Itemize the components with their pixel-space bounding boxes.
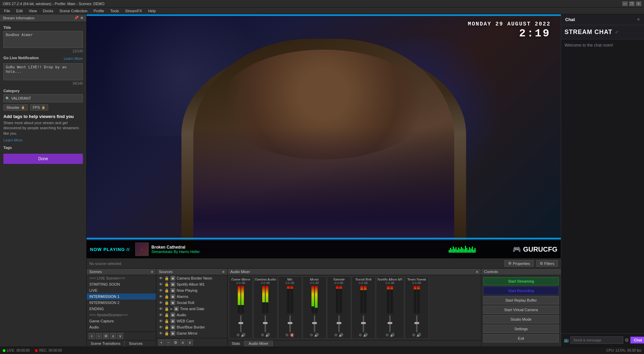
- lock-icon[interactable]: 🔒: [164, 282, 169, 287]
- lock-icon[interactable]: 🔒: [164, 288, 169, 293]
- source-down-button[interactable]: ∨: [187, 339, 193, 345]
- menu-view[interactable]: View: [26, 8, 40, 14]
- go-live-input[interactable]: GuRu Went LIVE!! Drop by an hola...: [3, 63, 83, 80]
- source-settings-button[interactable]: ⚙: [173, 339, 179, 345]
- stream-info-close[interactable]: ✕: [80, 16, 84, 20]
- sources-menu-icon[interactable]: ≡: [222, 270, 225, 274]
- audio-mixer-menu[interactable]: ≡: [476, 270, 478, 274]
- scene-item[interactable]: === NestedScenes===: [87, 312, 156, 318]
- ch-fader[interactable]: [240, 315, 242, 332]
- menu-file[interactable]: File: [1, 8, 13, 14]
- filters-button[interactable]: ⧉ Filters: [536, 260, 558, 267]
- start-streaming-button[interactable]: Start Streaming: [483, 277, 559, 285]
- scene-item[interactable]: LIVE: [87, 287, 156, 293]
- scene-item-intermission1[interactable]: INTERMISSION 1: [87, 293, 156, 300]
- gear-icon[interactable]: ⚙: [359, 333, 362, 337]
- gear-icon[interactable]: ⚙: [236, 333, 240, 337]
- add-scene-button[interactable]: +: [89, 333, 95, 339]
- source-up-button[interactable]: ∧: [180, 339, 186, 345]
- source-row-now-playing[interactable]: 👁 🔒 ▣ Now Playing: [156, 287, 227, 293]
- gear-icon[interactable]: ⚙: [261, 333, 264, 337]
- ch-fader[interactable]: [363, 315, 364, 332]
- lock-icon[interactable]: 🔒: [164, 307, 169, 311]
- expand-icon[interactable]: ⤢: [615, 30, 618, 34]
- tag-fps[interactable]: FPS 🔒: [30, 104, 48, 111]
- source-row[interactable]: 👁 🔒 ▣ Game Mirror: [156, 330, 227, 336]
- lock-icon[interactable]: 🔒: [164, 325, 169, 330]
- menu-streamfx[interactable]: StreamFX: [122, 8, 145, 14]
- title-bar-controls[interactable]: — ❐ ✕: [622, 1, 641, 6]
- title-input[interactable]: DooDoo Aimer: [3, 31, 83, 48]
- start-replay-buffer-button[interactable]: Start Replay Buffer: [483, 296, 559, 304]
- source-row[interactable]: 👁 🔒 ▶ ▣ Time and Date: [156, 306, 227, 312]
- ch-fader[interactable]: [289, 315, 291, 332]
- menu-edit[interactable]: Edit: [14, 8, 25, 14]
- exit-button[interactable]: Exit: [483, 334, 559, 342]
- minimize-button[interactable]: —: [622, 1, 628, 6]
- scene-item[interactable]: Audio: [87, 324, 156, 330]
- add-tags-learn-more[interactable]: Learn More: [3, 138, 22, 142]
- scene-transitions-tab[interactable]: Scene Transitions: [87, 340, 125, 347]
- ch-fader[interactable]: [265, 315, 266, 332]
- scene-item[interactable]: === LIVE Scenes===: [87, 275, 156, 281]
- scene-item[interactable]: STARTING SOON: [87, 281, 156, 287]
- source-row[interactable]: 👁 🔒 ▣ Alarms: [156, 293, 227, 300]
- scenes-menu-icon[interactable]: ≡: [151, 270, 153, 274]
- gear-icon[interactable]: ⚙: [334, 333, 338, 337]
- mute-icon[interactable]: 🔊: [339, 333, 343, 337]
- tag-shooter[interactable]: Shooter 🔒: [3, 104, 28, 111]
- ch-fader[interactable]: [416, 315, 417, 332]
- gear-icon[interactable]: ⚙: [386, 333, 389, 337]
- settings-button[interactable]: Settings: [483, 325, 559, 333]
- menu-profile[interactable]: Profile: [91, 8, 107, 14]
- scene-settings-button[interactable]: ⚙: [103, 333, 109, 339]
- eye-icon[interactable]: 👁: [158, 276, 163, 280]
- eye-icon[interactable]: 👁: [158, 319, 163, 323]
- chat-send-button[interactable]: Chat: [630, 337, 644, 343]
- menu-docks[interactable]: Docks: [40, 8, 56, 14]
- eye-icon[interactable]: 👁: [158, 301, 163, 305]
- menu-tools[interactable]: Tools: [108, 8, 122, 14]
- scene-item[interactable]: ENDING: [87, 306, 156, 312]
- menu-scene-collection[interactable]: Scene Collection: [57, 8, 90, 14]
- eye-icon[interactable]: 👁: [158, 325, 163, 329]
- properties-button[interactable]: ⚙ Properties: [504, 260, 534, 267]
- stats-tab[interactable]: Stats: [228, 340, 245, 347]
- mute-icon[interactable]: 🔇: [290, 333, 294, 337]
- start-virtual-camera-button[interactable]: Start Virtual Camera: [483, 306, 559, 314]
- lock-icon[interactable]: 🔒: [164, 301, 169, 305]
- source-row[interactable]: 👁 🔒 ▣ Spotify Albun M1: [156, 281, 227, 287]
- close-button[interactable]: ✕: [636, 1, 641, 6]
- lock-icon[interactable]: 🔒: [164, 319, 169, 323]
- sources-tab[interactable]: Sources: [125, 340, 146, 347]
- lock-icon[interactable]: 🔒: [164, 276, 169, 281]
- scene-up-button[interactable]: ∧: [110, 333, 116, 339]
- ch-fader[interactable]: [389, 315, 391, 332]
- source-row[interactable]: 👁 🔒 ▣ WEB Cam: [156, 318, 227, 324]
- source-row[interactable]: 👁 🔒 ▣ Camera Border Neon: [156, 275, 227, 281]
- source-row[interactable]: 👁 🔒 ▣ Social Roll: [156, 300, 227, 306]
- chat-close-button[interactable]: ✕: [637, 17, 640, 22]
- eye-icon[interactable]: 👁: [158, 282, 163, 286]
- gear-icon[interactable]: ⚙: [310, 333, 313, 337]
- category-input[interactable]: [3, 94, 83, 102]
- chat-gear-icon[interactable]: ⚙: [625, 337, 629, 343]
- remove-source-button[interactable]: −: [165, 339, 172, 345]
- lock-icon[interactable]: 🔒: [164, 313, 169, 317]
- mute-icon[interactable]: 🔊: [363, 333, 368, 337]
- mute-icon[interactable]: 🔊: [314, 333, 319, 337]
- mute-icon[interactable]: 🔊: [416, 333, 421, 337]
- source-row[interactable]: 👁 🔒 ▣ Blue/Blue Border: [156, 324, 227, 330]
- mute-icon[interactable]: 🔊: [390, 333, 395, 337]
- scene-item[interactable]: INTERMISSION 2: [87, 300, 156, 306]
- stream-info-pin[interactable]: 📌: [74, 16, 79, 20]
- maximize-button[interactable]: ❐: [629, 1, 634, 6]
- eye-icon[interactable]: 👁: [158, 307, 163, 311]
- lock-icon[interactable]: 🔒: [164, 294, 169, 299]
- gear-icon[interactable]: ⚙: [285, 333, 289, 337]
- ch-fader[interactable]: [338, 315, 340, 332]
- gear-icon[interactable]: ⚙: [412, 333, 415, 337]
- studio-mode-button[interactable]: Studio Mode: [483, 315, 559, 323]
- scene-item[interactable]: Game Capture: [87, 318, 156, 324]
- eye-icon[interactable]: 👁: [158, 294, 163, 299]
